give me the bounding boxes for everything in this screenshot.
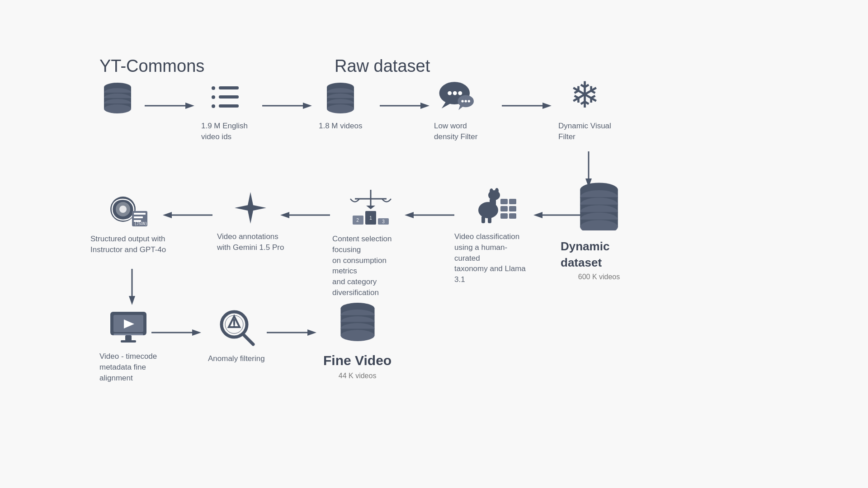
node-content-selection: 2 1 3 Content selection focusingon consu…: [332, 188, 409, 298]
svg-rect-96: [121, 340, 136, 343]
database-icon-yt: [99, 79, 136, 115]
anomaly-icon: [216, 307, 257, 348]
svg-line-103: [244, 335, 253, 344]
svg-point-33: [458, 91, 462, 95]
arrow-r2-2: [280, 209, 330, 221]
svg-rect-71: [509, 199, 516, 204]
node-llama: Video classificationusing a human-curate…: [454, 185, 531, 285]
svg-point-37: [468, 100, 470, 102]
node-low-word-filter: Low worddensity Filter: [434, 79, 477, 142]
svg-rect-74: [500, 213, 508, 219]
gemini-star-icon: [232, 190, 269, 226]
node-dynamic-dataset: Dynamic dataset 600 K videos: [561, 178, 637, 281]
dynamic-dataset-label: Dynamic dataset: [561, 238, 637, 271]
svg-rect-72: [500, 206, 508, 211]
svg-point-43: [119, 206, 127, 213]
gemini-label: Video annotationswith Gemini 1.5 Pro: [217, 231, 284, 253]
anomaly-label: Anomaly filtering: [208, 353, 265, 364]
node-gemini: Video annotationswith Gemini 1.5 Pro: [217, 190, 284, 253]
svg-point-15: [212, 104, 215, 108]
title-raw-dataset: Raw dataset: [335, 56, 430, 76]
arrow-r2-1: [163, 209, 212, 221]
video-ids-label: 1.9 M Englishvideo ids: [201, 121, 248, 142]
scale-podium-icon: 2 1 3: [348, 188, 393, 228]
arrow-1: [145, 99, 194, 112]
svg-point-114: [340, 330, 374, 341]
svg-text:3: 3: [382, 219, 385, 224]
svg-rect-70: [500, 199, 508, 204]
chat-icon: [438, 79, 474, 115]
content-selection-label: Content selection focusingon consumption…: [332, 234, 409, 298]
svg-point-27: [327, 104, 354, 113]
raw-db-label: 1.8 M videos: [319, 121, 362, 131]
svg-point-11: [212, 86, 215, 90]
svg-text:{JSON}: {JSON}: [134, 222, 147, 226]
svg-marker-90: [129, 296, 135, 305]
node-yt-commons: [99, 79, 136, 121]
svg-marker-98: [192, 329, 201, 336]
node-gpt-output: {JSON} Structured output withInstructor …: [90, 192, 166, 255]
svg-point-8: [104, 104, 131, 113]
diagram: YT-Commons Raw dataset: [72, 29, 796, 459]
svg-point-31: [448, 91, 452, 95]
database-icon-dynamic: [572, 178, 626, 233]
svg-marker-105: [307, 329, 316, 336]
svg-point-35: [462, 100, 464, 102]
arrow-3: [380, 99, 429, 112]
svg-marker-77: [533, 212, 542, 218]
v-arrow-gpt-to-timecode: [126, 269, 138, 305]
arrow-r3-1: [151, 326, 201, 339]
node-video-ids: 1.9 M Englishvideo ids: [201, 79, 248, 142]
svg-rect-68: [481, 216, 485, 223]
svg-marker-10: [185, 103, 194, 109]
svg-point-66: [490, 188, 493, 194]
gpt-output-label: Structured output withInstructor and GPT…: [90, 234, 166, 255]
svg-text:2: 2: [356, 218, 359, 223]
svg-rect-69: [488, 216, 491, 223]
low-word-label: Low worddensity Filter: [434, 121, 477, 142]
database-icon-fine: [335, 300, 380, 346]
node-dynamic-visual-filter: ❄ Dynamic VisualFilter: [558, 75, 611, 142]
svg-point-101: [233, 325, 235, 327]
node-fine-video: Fine Video 44 K videos: [323, 300, 392, 380]
arrow-2: [262, 99, 312, 112]
arrow-r2-3: [405, 209, 454, 221]
dynamic-visual-label: Dynamic VisualFilter: [558, 121, 611, 142]
svg-rect-14: [219, 95, 239, 99]
svg-rect-73: [509, 206, 516, 211]
snowflake-icon: ❄: [564, 75, 605, 115]
arrow-r3-2: [267, 326, 316, 339]
svg-rect-45: [134, 213, 146, 215]
svg-marker-18: [303, 103, 312, 109]
video-timecode-icon: [108, 310, 149, 346]
arrow-4: [502, 99, 552, 112]
svg-rect-16: [219, 104, 239, 108]
svg-rect-75: [509, 213, 516, 219]
svg-marker-29: [420, 103, 429, 109]
database-icon-raw: [322, 79, 359, 115]
llama-label: Video classificationusing a human-curate…: [454, 231, 531, 285]
node-timecode: Video - timecodemetadata finealignment: [99, 310, 157, 383]
openai-json-icon: {JSON}: [106, 192, 151, 228]
svg-marker-52: [280, 212, 289, 218]
svg-rect-12: [219, 86, 239, 89]
timecode-label: Video - timecodemetadata finealignment: [99, 351, 157, 383]
svg-marker-62: [405, 212, 414, 218]
svg-rect-46: [134, 216, 143, 218]
svg-point-32: [453, 91, 457, 95]
svg-marker-39: [542, 103, 552, 109]
svg-rect-94: [113, 333, 143, 335]
node-raw-db: 1.8 M videos: [319, 79, 362, 131]
node-anomaly: Anomaly filtering: [208, 307, 265, 364]
fine-video-sublabel: 44 K videos: [339, 372, 377, 380]
list-icon: [207, 79, 243, 115]
title-yt-commons: YT-Commons: [99, 56, 204, 76]
llama-icon: [468, 185, 518, 226]
svg-text:1: 1: [369, 216, 372, 221]
svg-point-67: [495, 188, 499, 193]
svg-point-36: [465, 100, 467, 102]
svg-marker-50: [163, 212, 172, 218]
svg-rect-95: [125, 335, 132, 341]
fine-video-label: Fine Video: [323, 351, 392, 370]
dynamic-dataset-sublabel: 600 K videos: [578, 273, 620, 281]
